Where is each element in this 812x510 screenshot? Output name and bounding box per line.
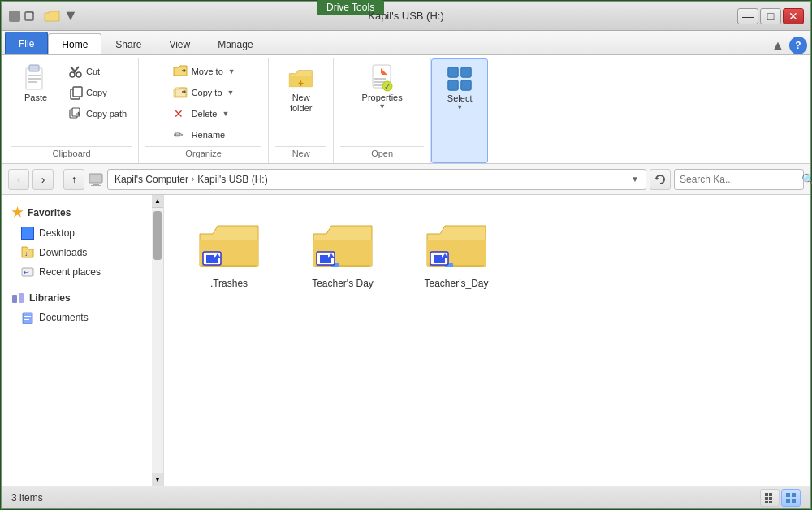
- folder-icon-teachers-day-2: [424, 218, 489, 274]
- delete-label: Delete: [192, 109, 218, 119]
- svg-rect-52: [765, 501, 768, 503]
- svg-rect-4: [28, 75, 41, 76]
- svg-text:✕: ✕: [174, 107, 184, 120]
- properties-button[interactable]: ✓ Properties ▼: [357, 62, 408, 114]
- minimize-button[interactable]: —: [737, 8, 758, 24]
- forward-button[interactable]: ›: [32, 169, 54, 190]
- clipboard-items: Paste Cut Copy Copy path: [11, 62, 132, 145]
- path-computer[interactable]: Kapil's Computer: [114, 174, 188, 185]
- select-dropdown-arrow: ▼: [456, 103, 464, 111]
- window-icon: [8, 10, 21, 23]
- maximize-button[interactable]: □: [760, 8, 781, 24]
- scroll-down-button[interactable]: ▼: [152, 473, 163, 486]
- delete-icon: ✕: [172, 106, 188, 121]
- list-item[interactable]: Teacher's Day: [294, 211, 391, 296]
- svg-rect-27: [89, 174, 102, 183]
- tab-file[interactable]: File: [5, 32, 48, 54]
- paste-icon: [23, 65, 49, 91]
- path-usb[interactable]: Kapil's USB (H:): [197, 174, 267, 185]
- copy-path-label: Copy path: [86, 109, 127, 119]
- path-arrow-1: ›: [192, 175, 194, 184]
- computer-icon: [88, 172, 104, 187]
- libraries-label: Libraries: [29, 292, 71, 304]
- ribbon-collapse-icon[interactable]: ▲: [770, 37, 786, 54]
- sidebar-section-favorites: ★ Favorites Desktop ↓ Downlo: [2, 201, 152, 282]
- file-area: .Trashes: [164, 195, 810, 486]
- ribbon-right: ▲ ?: [770, 37, 807, 54]
- close-button[interactable]: ✕: [783, 8, 804, 24]
- back-button[interactable]: ‹: [8, 169, 29, 190]
- open-group-label: Open: [340, 146, 424, 160]
- tab-view[interactable]: View: [155, 33, 204, 54]
- titlebar: ▼ Drive Tools Kapil's USB (H:) — □ ✕: [2, 2, 810, 31]
- search-box[interactable]: 🔍: [674, 169, 804, 190]
- clipboard-small-buttons: Cut Copy Copy path: [63, 62, 132, 123]
- refresh-button[interactable]: [650, 169, 671, 190]
- tab-share[interactable]: Share: [102, 33, 155, 54]
- paste-button[interactable]: Paste: [11, 62, 60, 106]
- list-view-icon: [764, 492, 775, 504]
- svg-rect-35: [19, 293, 24, 303]
- folder-icon-small: [44, 10, 60, 23]
- tab-manage[interactable]: Manage: [204, 33, 266, 54]
- up-button[interactable]: ↑: [63, 169, 84, 190]
- properties-icon: ✓: [369, 65, 395, 91]
- search-input[interactable]: [680, 174, 801, 185]
- list-item[interactable]: .Trashes: [180, 211, 278, 296]
- path-dropdown-arrow[interactable]: ▼: [631, 175, 639, 184]
- copy-to-label: Copy to: [192, 88, 222, 97]
- svg-rect-54: [786, 493, 790, 497]
- ribbon-group-clipboard: Paste Cut Copy Copy path: [5, 58, 139, 163]
- svg-rect-3: [29, 65, 39, 71]
- sidebar-item-desktop[interactable]: Desktop: [2, 223, 152, 243]
- organize-items: Move to ▼ Copy to ▼ ✕ Delete ▼ ✏: [167, 62, 240, 145]
- select-button[interactable]: Select ▼: [439, 63, 480, 115]
- delete-arrow: ▼: [222, 110, 229, 118]
- sidebar-item-documents[interactable]: Documents: [2, 308, 152, 327]
- move-to-button[interactable]: Move to ▼: [167, 62, 240, 81]
- svg-rect-53: [769, 501, 772, 503]
- svg-rect-25: [448, 80, 458, 90]
- sidebar-content: ★ Favorites Desktop ↓ Downlo: [2, 195, 163, 486]
- sidebar-item-recent[interactable]: ↩ Recent places: [2, 262, 152, 282]
- move-to-label: Move to: [192, 67, 223, 76]
- svg-rect-0: [9, 11, 20, 22]
- properties-dropdown-arrow: ▼: [378, 102, 386, 110]
- list-item[interactable]: Teacher's_Day: [408, 211, 505, 296]
- new-folder-label: New folder: [290, 93, 313, 114]
- rename-label: Rename: [192, 130, 226, 140]
- copy-to-arrow: ▼: [227, 89, 235, 97]
- svg-text:↓: ↓: [24, 249, 28, 257]
- svg-point-7: [70, 72, 75, 77]
- rename-button[interactable]: ✏ Rename: [167, 125, 240, 145]
- sidebar: ★ Favorites Desktop ↓ Downlo: [2, 195, 164, 486]
- help-button[interactable]: ?: [789, 37, 807, 54]
- svg-rect-34: [12, 295, 17, 303]
- cut-button[interactable]: Cut: [63, 62, 132, 81]
- sidebar-item-downloads[interactable]: ↓ Downloads: [2, 243, 152, 262]
- statusbar: 3 items: [2, 486, 810, 508]
- sidebar-header-libraries[interactable]: Libraries: [2, 288, 152, 308]
- window-title: Kapil's USB (H:): [368, 10, 444, 22]
- svg-rect-57: [792, 499, 796, 503]
- tab-home[interactable]: Home: [48, 33, 102, 54]
- copy-to-button[interactable]: Copy to ▼: [167, 83, 240, 102]
- svg-rect-48: [765, 493, 768, 496]
- delete-button[interactable]: ✕ Delete ▼: [167, 104, 240, 123]
- svg-point-8: [76, 72, 81, 77]
- copy-path-button[interactable]: Copy path: [63, 104, 132, 123]
- list-view-button[interactable]: [760, 489, 780, 507]
- large-icons-view-button[interactable]: [781, 489, 801, 507]
- svg-rect-20: [374, 84, 382, 86]
- copy-button[interactable]: Copy: [63, 83, 132, 102]
- svg-rect-29: [91, 185, 101, 186]
- rename-icon: ✏: [172, 128, 188, 142]
- address-path[interactable]: Kapil's Computer › Kapil's USB (H:) ▼: [107, 169, 646, 190]
- ribbon-group-select[interactable]: Select ▼: [431, 58, 488, 163]
- sidebar-header-favorites[interactable]: ★ Favorites: [2, 201, 152, 223]
- organize-buttons: Move to ▼ Copy to ▼ ✕ Delete ▼ ✏: [167, 62, 240, 145]
- scroll-up-button[interactable]: ▲: [152, 195, 163, 208]
- new-folder-button[interactable]: + New folder: [277, 62, 326, 117]
- scroll-thumb[interactable]: [153, 211, 162, 260]
- search-icon[interactable]: 🔍: [801, 173, 812, 186]
